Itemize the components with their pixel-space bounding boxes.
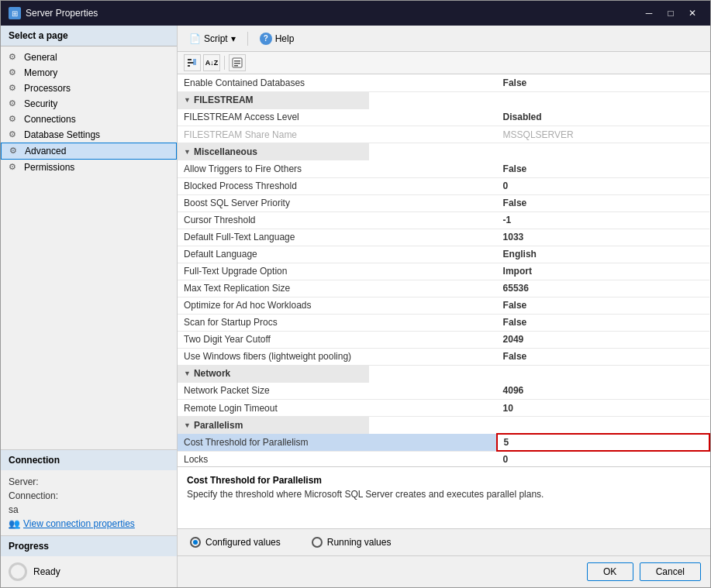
running-radio[interactable] (312, 537, 323, 548)
connection-label: Connection: (9, 490, 63, 501)
view-connection-text: View connection properties (23, 518, 135, 529)
prop-name: Locks (178, 451, 497, 466)
prop-value: Disabled (497, 109, 709, 126)
sort-category-btn[interactable] (184, 54, 201, 71)
table-row[interactable]: Enable Contained Databases False (178, 74, 709, 91)
prop-value: 10 (497, 400, 709, 417)
collapse-arrow-icon[interactable]: ▼ (184, 421, 191, 429)
table-row[interactable]: Cursor Threshold -1 (178, 211, 709, 229)
nav-label-database-settings: Database Settings (24, 129, 100, 140)
table-row-cost-threshold[interactable]: Cost Threshold for Parallelism 5 (178, 434, 709, 451)
gear-icon: ⚙ (9, 129, 19, 140)
prop-name: FILESTREAM Share Name (178, 126, 497, 143)
table-row[interactable]: Remote Login Timeout 10 (178, 400, 709, 417)
table-row[interactable]: Default Language English (178, 246, 709, 263)
sidebar-item-database-settings[interactable]: ⚙ Database Settings (1, 127, 177, 143)
cancel-button[interactable]: Cancel (640, 562, 701, 581)
nav-label-memory: Memory (24, 67, 57, 78)
table-row[interactable]: Blocked Process Threshold 0 (178, 177, 709, 194)
sidebar-item-general[interactable]: ⚙ General (1, 50, 177, 65)
table-row[interactable]: Full-Text Upgrade Option Import (178, 263, 709, 280)
collapse-arrow-icon[interactable]: ▼ (184, 370, 191, 377)
props-toolbar: A↓Z (178, 52, 710, 74)
configured-values-option[interactable]: Configured values (190, 537, 281, 548)
collapse-arrow-icon[interactable]: ▼ (184, 148, 191, 156)
ready-label: Ready (33, 566, 60, 577)
sidebar-item-connections[interactable]: ⚙ Connections (1, 112, 177, 127)
script-button[interactable]: 📄 Script ▾ (184, 31, 241, 46)
section-title: Network (194, 368, 230, 379)
table-row[interactable]: Optimize for Ad hoc Workloads False (178, 297, 709, 314)
sort-alpha-btn[interactable]: A↓Z (203, 54, 220, 71)
section-header-network: ▼ Network (178, 365, 709, 383)
prop-value: 1033 (497, 229, 709, 246)
prop-value: 0 (497, 451, 709, 466)
table-row[interactable]: Allow Triggers to Fire Others False (178, 160, 709, 177)
help-icon: ? (260, 33, 272, 45)
properties-table-container[interactable]: Enable Contained Databases False ▼ FILES… (178, 74, 710, 466)
sidebar-item-permissions[interactable]: ⚙ Permissions (1, 160, 177, 175)
table-row-disabled[interactable]: FILESTREAM Share Name MSSQLSERVER (178, 126, 709, 143)
left-panel: Select a page ⚙ General ⚙ Memory ⚙ Proce… (1, 26, 178, 587)
properties-btn[interactable] (229, 54, 246, 71)
table-row[interactable]: Network Packet Size 4096 (178, 383, 709, 400)
svg-rect-6 (234, 63, 240, 64)
prop-value: Import (497, 263, 709, 280)
sidebar-item-advanced[interactable]: ⚙ Advanced (1, 143, 177, 160)
help-button[interactable]: ? Help (254, 30, 300, 47)
progress-header: Progress (1, 536, 177, 556)
collapse-arrow-icon[interactable]: ▼ (184, 96, 191, 104)
svg-rect-5 (234, 60, 240, 62)
prop-value: False (497, 297, 709, 314)
svg-rect-1 (188, 62, 194, 64)
prop-name: Blocked Process Threshold (178, 177, 497, 194)
description-panel: Cost Threshold for Parallelism Specify t… (178, 466, 710, 528)
prop-value: 2049 (497, 331, 709, 348)
sidebar-item-processors[interactable]: ⚙ Processors (1, 81, 177, 96)
section-title: FILESTREAM (194, 95, 254, 105)
section-header-filestream: ▼ FILESTREAM (178, 91, 709, 109)
section-label: ▼ Parallelism (178, 417, 369, 434)
sidebar-item-memory[interactable]: ⚙ Memory (1, 65, 177, 81)
table-row[interactable]: Default Full-Text Language 1033 (178, 229, 709, 246)
table-row[interactable]: Locks 0 (178, 451, 709, 466)
section-header-parallelism: ▼ Parallelism (178, 417, 709, 435)
table-row[interactable]: Two Digit Year Cutoff 2049 (178, 331, 709, 348)
prop-value: False (497, 314, 709, 331)
configured-radio[interactable] (190, 537, 201, 548)
toolbar-separator (247, 32, 248, 46)
section-title: Miscellaneous (194, 146, 257, 157)
minimize-button[interactable]: ─ (639, 5, 659, 21)
table-row[interactable]: FILESTREAM Access Level Disabled (178, 109, 709, 126)
svg-rect-2 (188, 65, 190, 67)
ok-button[interactable]: OK (587, 562, 633, 581)
prop-name: Network Packet Size (178, 383, 497, 400)
app-icon: ⊞ (9, 7, 21, 19)
prop-value: False (497, 160, 709, 177)
nav-list: ⚙ General ⚙ Memory ⚙ Processors ⚙ Securi… (1, 46, 177, 178)
maximize-button[interactable]: □ (661, 5, 681, 21)
prop-name: Cursor Threshold (178, 211, 497, 229)
gear-icon: ⚙ (9, 98, 19, 109)
running-values-option[interactable]: Running values (312, 537, 392, 548)
progress-section: Progress Ready (1, 535, 177, 587)
server-label: Server: (9, 476, 63, 487)
table-row[interactable]: Use Windows fibers (lightweight pooling)… (178, 348, 709, 365)
close-button[interactable]: ✕ (682, 5, 702, 21)
sidebar-item-security[interactable]: ⚙ Security (1, 96, 177, 112)
prop-value: MSSQLSERVER (497, 126, 709, 143)
nav-label-connections: Connections (24, 114, 76, 125)
prop-value: False (497, 74, 709, 91)
table-row[interactable]: Boost SQL Server Priority False (178, 194, 709, 211)
progress-body: Ready (1, 556, 177, 587)
right-panel: 📄 Script ▾ ? Help (178, 26, 710, 587)
prop-value: False (497, 194, 709, 211)
table-row[interactable]: Max Text Replication Size 65536 (178, 280, 709, 297)
view-connection-link[interactable]: 👥 View connection properties (9, 518, 169, 529)
connection-body: Server: Connection: sa 👥 View connection… (1, 470, 177, 535)
gear-icon: ⚙ (9, 83, 19, 94)
title-bar: ⊞ Server Properties ─ □ ✕ (1, 1, 710, 26)
toolbar-separator-2 (224, 56, 225, 70)
table-row[interactable]: Scan for Startup Procs False (178, 314, 709, 331)
prop-name: Enable Contained Databases (178, 74, 497, 91)
